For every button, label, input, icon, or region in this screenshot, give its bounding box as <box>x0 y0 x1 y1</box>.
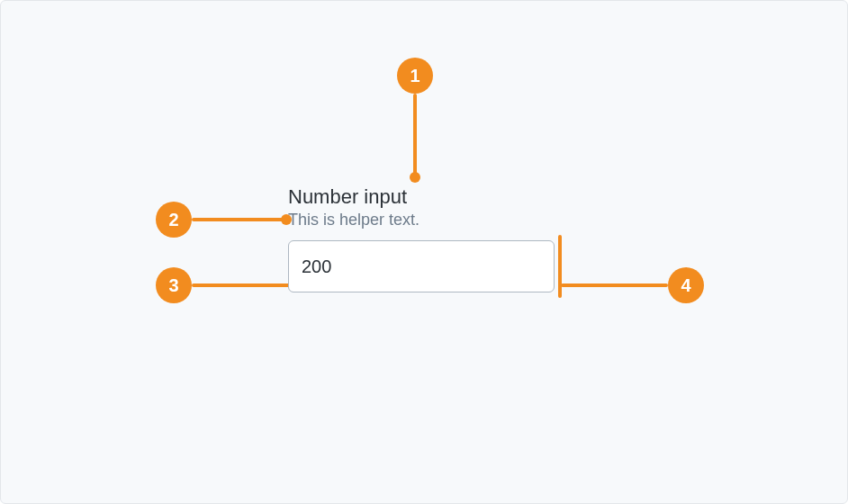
number-input-label: Number input <box>288 185 558 209</box>
annotation-badge-4: 4 <box>668 267 704 303</box>
annotation-line-1 <box>413 94 417 175</box>
annotation-badge-4-text: 4 <box>681 275 690 296</box>
annotation-badge-3-text: 3 <box>168 275 178 296</box>
annotation-line-3 <box>192 284 297 287</box>
annotation-line-2 <box>192 218 284 221</box>
annotation-badge-3: 3 <box>156 267 192 303</box>
text-cursor-icon <box>558 235 562 298</box>
annotation-badge-2: 2 <box>156 202 192 238</box>
annotation-badge-1-text: 1 <box>410 66 419 86</box>
number-input-field-wrap <box>288 240 558 292</box>
number-input: Number input This is helper text. <box>288 185 558 292</box>
annotation-line-4 <box>561 284 668 287</box>
number-input-helper: This is helper text. <box>288 211 558 230</box>
number-input-field[interactable] <box>288 240 555 292</box>
annotation-badge-1: 1 <box>397 58 433 94</box>
anatomy-frame: 1 2 3 4 Number input This is helper text… <box>0 0 848 504</box>
annotation-dot-1 <box>410 172 420 183</box>
annotation-badge-2-text: 2 <box>168 210 178 230</box>
